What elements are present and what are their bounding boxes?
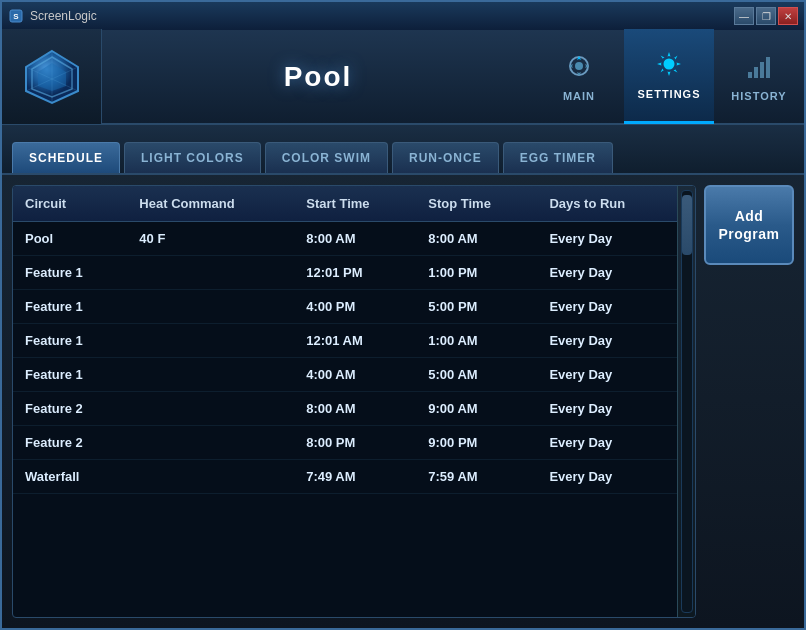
table-row[interactable]: Feature 112:01 AM1:00 AMEvery Day	[13, 324, 677, 358]
close-button[interactable]: ✕	[778, 7, 798, 25]
cell-heat_command-0: 40 F	[127, 222, 294, 256]
svg-rect-13	[754, 67, 758, 78]
cell-stop_time-4: 5:00 AM	[416, 358, 537, 392]
cell-circuit-6: Feature 2	[13, 426, 127, 460]
header-logo	[2, 29, 102, 124]
tab-color-swim[interactable]: COLOR SWIM	[265, 142, 388, 173]
schedule-table: Circuit Heat Command Start Time Stop Tim…	[13, 186, 677, 494]
tab-light-colors[interactable]: LIGHT COLORS	[124, 142, 261, 173]
cell-stop_time-0: 8:00 AM	[416, 222, 537, 256]
titlebar: S ScreenLogic — ❐ ✕	[2, 2, 804, 30]
cell-days-2: Every Day	[537, 290, 677, 324]
settings-icon	[655, 50, 683, 84]
cell-heat_command-1	[127, 256, 294, 290]
side-panel: AddProgram	[704, 185, 794, 618]
logo-icon	[22, 47, 82, 107]
table-row[interactable]: Feature 112:01 PM1:00 PMEvery Day	[13, 256, 677, 290]
cell-start_time-4: 4:00 AM	[294, 358, 416, 392]
cell-heat_command-3	[127, 324, 294, 358]
main-window: S ScreenLogic — ❐ ✕	[0, 0, 806, 630]
cell-days-4: Every Day	[537, 358, 677, 392]
tab-egg-timer[interactable]: EGG TIMER	[503, 142, 613, 173]
svg-rect-12	[748, 72, 752, 78]
scrollbar-thumb	[682, 195, 692, 255]
tab-bar: SCHEDULE LIGHT COLORS COLOR SWIM RUN-ONC…	[2, 125, 804, 175]
col-stop-time: Stop Time	[416, 186, 537, 222]
col-days: Days to Run	[537, 186, 677, 222]
restore-button[interactable]: ❐	[756, 7, 776, 25]
nav-main[interactable]: MAIN	[534, 29, 624, 124]
header: Pool MAIN	[2, 30, 804, 125]
svg-text:S: S	[13, 12, 19, 21]
nav-settings-label: SETTINGS	[637, 88, 700, 100]
cell-start_time-2: 4:00 PM	[294, 290, 416, 324]
app-title: ScreenLogic	[30, 9, 97, 23]
cell-heat_command-6	[127, 426, 294, 460]
cell-start_time-3: 12:01 AM	[294, 324, 416, 358]
tab-schedule[interactable]: SCHEDULE	[12, 142, 120, 173]
cell-heat_command-2	[127, 290, 294, 324]
cell-heat_command-7	[127, 460, 294, 494]
cell-stop_time-3: 1:00 AM	[416, 324, 537, 358]
cell-start_time-7: 7:49 AM	[294, 460, 416, 494]
nav-main-label: MAIN	[563, 90, 595, 102]
table-row[interactable]: Feature 28:00 PM9:00 PMEvery Day	[13, 426, 677, 460]
svg-point-9	[575, 62, 583, 70]
cell-start_time-0: 8:00 AM	[294, 222, 416, 256]
cell-days-7: Every Day	[537, 460, 677, 494]
cell-circuit-1: Feature 1	[13, 256, 127, 290]
table-row[interactable]: Pool40 F8:00 AM8:00 AMEvery Day	[13, 222, 677, 256]
col-heat-command: Heat Command	[127, 186, 294, 222]
cell-heat_command-5	[127, 392, 294, 426]
table-row[interactable]: Feature 28:00 AM9:00 AMEvery Day	[13, 392, 677, 426]
nav-history[interactable]: HISTORY	[714, 29, 804, 124]
cell-stop_time-1: 1:00 PM	[416, 256, 537, 290]
svg-rect-15	[766, 57, 770, 78]
add-program-button[interactable]: AddProgram	[704, 185, 794, 265]
scrollbar-track	[681, 190, 693, 613]
cell-stop_time-7: 7:59 AM	[416, 460, 537, 494]
scrollbar[interactable]	[677, 186, 695, 617]
col-start-time: Start Time	[294, 186, 416, 222]
cell-days-1: Every Day	[537, 256, 677, 290]
titlebar-left: S ScreenLogic	[8, 8, 97, 24]
cell-circuit-4: Feature 1	[13, 358, 127, 392]
table-header-row: Circuit Heat Command Start Time Stop Tim…	[13, 186, 677, 222]
cell-circuit-2: Feature 1	[13, 290, 127, 324]
nav-settings[interactable]: SETTINGS	[624, 29, 714, 124]
cell-circuit-5: Feature 2	[13, 392, 127, 426]
main-icon	[565, 52, 593, 86]
nav-history-label: HISTORY	[731, 90, 786, 102]
table-row[interactable]: Waterfall7:49 AM7:59 AMEvery Day	[13, 460, 677, 494]
schedule-table-container: Circuit Heat Command Start Time Stop Tim…	[12, 185, 696, 618]
tab-run-once[interactable]: RUN-ONCE	[392, 142, 499, 173]
cell-days-0: Every Day	[537, 222, 677, 256]
cell-start_time-6: 8:00 PM	[294, 426, 416, 460]
header-nav: MAIN	[534, 29, 804, 124]
svg-rect-14	[760, 62, 764, 78]
cell-days-6: Every Day	[537, 426, 677, 460]
cell-heat_command-4	[127, 358, 294, 392]
titlebar-controls: — ❐ ✕	[734, 7, 798, 25]
cell-stop_time-5: 9:00 AM	[416, 392, 537, 426]
minimize-button[interactable]: —	[734, 7, 754, 25]
cell-start_time-1: 12:01 PM	[294, 256, 416, 290]
cell-circuit-0: Pool	[13, 222, 127, 256]
page-title: Pool	[102, 61, 534, 93]
cell-circuit-3: Feature 1	[13, 324, 127, 358]
app-icon: S	[8, 8, 24, 24]
cell-stop_time-2: 5:00 PM	[416, 290, 537, 324]
app-body: Pool MAIN	[2, 30, 804, 628]
cell-days-5: Every Day	[537, 392, 677, 426]
cell-start_time-5: 8:00 AM	[294, 392, 416, 426]
cell-days-3: Every Day	[537, 324, 677, 358]
col-circuit: Circuit	[13, 186, 127, 222]
table-row[interactable]: Feature 14:00 AM5:00 AMEvery Day	[13, 358, 677, 392]
table-row[interactable]: Feature 14:00 PM5:00 PMEvery Day	[13, 290, 677, 324]
cell-stop_time-6: 9:00 PM	[416, 426, 537, 460]
content-area: Circuit Heat Command Start Time Stop Tim…	[2, 175, 804, 628]
history-icon	[745, 52, 773, 86]
cell-circuit-7: Waterfall	[13, 460, 127, 494]
